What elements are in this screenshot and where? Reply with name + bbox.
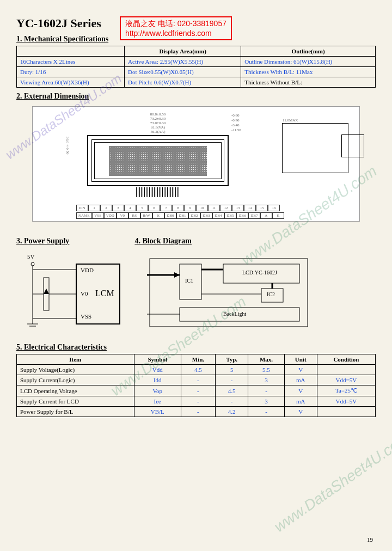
stamp-line2: http://www.lcdfriends.com — [125, 29, 226, 38]
stamp-line1: 液晶之友 电话: 020-33819057 — [125, 19, 226, 29]
mech-r2c1: Dot Pitch: 0.6(W)X0.7(H) — [125, 77, 241, 88]
mech-h0 — [17, 46, 125, 57]
mech-r0c1: Active Area: 2.95(W)X5.55(H) — [125, 57, 241, 67]
mech-spec-table: Display Area(mm) Outline(mm) 16Character… — [16, 46, 376, 88]
mech-r2c0: Viewing Area:60(W)X36(H) — [17, 77, 125, 88]
mech-r1c1: Dot Size:0.55(W)X0.65(H) — [125, 67, 241, 77]
svg-marker-17 — [174, 272, 180, 278]
mech-r2c2: Thickness Without B/L: — [241, 77, 376, 88]
sec5-title: 5. Electrical Characteristics — [16, 343, 376, 352]
sec4-title: 4. Block Diagram — [134, 237, 192, 246]
vendor-stamp: 液晶之友 电话: 020-33819057 http://www.lcdfrie… — [120, 16, 232, 40]
watermark: www.DataSheet4U.com — [271, 429, 392, 536]
power-supply-diagram: 5V VDD V0 LCM VSS — [16, 253, 125, 329]
sec3-title: 3. Power Supply — [16, 237, 69, 246]
block-diagram: IC1 LCD:YC-1602J IC2 BackLight — [147, 253, 310, 329]
pin-table: PIN 12345678910111213141516 — [76, 205, 294, 211]
mech-r1c0: Duty: 1/16 — [17, 67, 125, 77]
svg-marker-6 — [44, 289, 49, 294]
dot-matrix-area — [109, 146, 207, 176]
external-dimension-drawing: 80.8±0.50 73.2±0.30 73.0±0.30 61.8(VA) 5… — [32, 106, 360, 222]
pin-names: NAME VSSVDDV0RSR/WEDB0DB1DB2DB3DB4DB5DB6… — [76, 212, 294, 219]
mech-h2: Outline(mm) — [241, 46, 376, 57]
mech-h1: Display Area(mm) — [125, 46, 241, 57]
sec2-title: 2. External Dimension — [16, 92, 376, 101]
electrical-table: Item Symbol Min. Typ. Max. Unit Conditio… — [16, 354, 376, 417]
mech-r0c2: Outline Dimension: 61(W)X15.8(H) — [241, 57, 376, 67]
mech-r0c0: 16Characters X 2Lines — [17, 57, 125, 67]
mech-r1c2: Thickness With B/L: 11Max — [241, 67, 376, 77]
page-number: 19 — [367, 536, 373, 543]
svg-point-0 — [31, 262, 34, 266]
